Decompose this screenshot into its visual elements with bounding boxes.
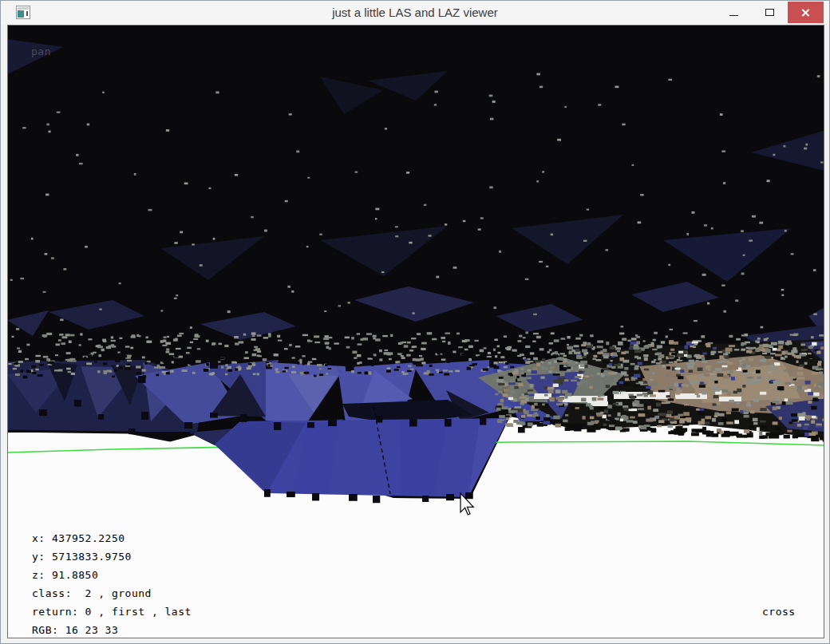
hud-classification: class: 2 , ground <box>32 588 152 599</box>
point-cloud-scene <box>7 25 824 638</box>
close-button[interactable]: × <box>788 2 824 23</box>
title-bar[interactable]: just a little LAS and LAZ viewer × <box>1 1 829 25</box>
hud-return-info: return: 0 , first , last <box>32 606 192 618</box>
minimize-button[interactable] <box>716 2 752 23</box>
minimize-icon <box>729 15 738 16</box>
hud-rgb-values: RGB: 16 23 33 <box>32 625 118 636</box>
mode-label: pan <box>31 46 51 57</box>
maximize-icon <box>765 9 774 16</box>
app-window: just a little LAS and LAZ viewer × pan x… <box>0 0 830 644</box>
hud-y-coordinate: y: 5713833.9750 <box>32 551 132 563</box>
hud-x-coordinate: x: 437952.2250 <box>32 533 125 544</box>
hud-z-coordinate: z: 91.8850 <box>32 570 98 581</box>
render-style-label: cross <box>762 606 796 618</box>
close-icon: × <box>800 2 811 23</box>
window-title: just a little LAS and LAZ viewer <box>1 1 829 25</box>
window-controls: × <box>716 2 824 23</box>
maximize-button[interactable] <box>752 2 788 23</box>
point-cloud-viewport[interactable]: pan x: 437952.2250 y: 5713833.9750 z: 91… <box>7 25 824 638</box>
